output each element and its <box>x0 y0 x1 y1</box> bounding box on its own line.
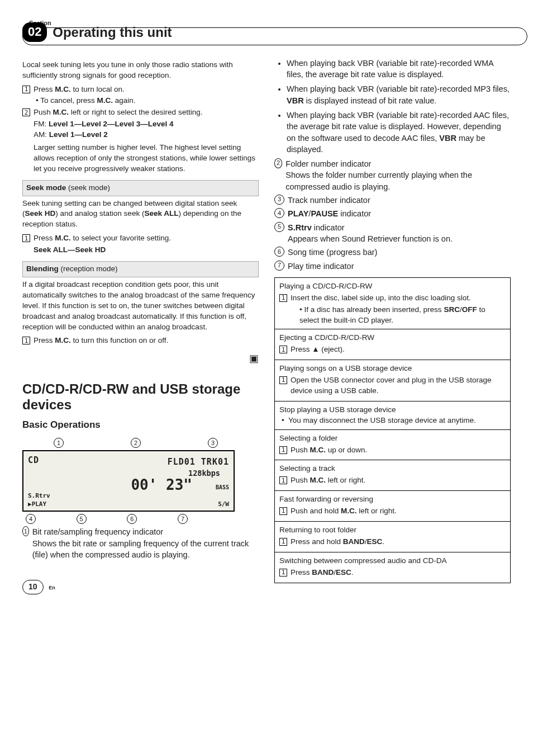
seek-options: Seek ALL—Seek HD <box>34 245 259 256</box>
anno-3-icon: 3 <box>208 438 218 448</box>
anno-4-icon: 4 <box>26 514 36 524</box>
indicator-3: 3 Track number indicator <box>274 195 511 206</box>
page-lang: En <box>49 585 55 590</box>
step-number-icon: 1 <box>279 376 287 384</box>
step-text: Press M.C. to turn this function on or o… <box>34 336 168 346</box>
right-column: When playing back VBR (variable bit rate… <box>274 58 511 583</box>
step-text: Press M.C. to turn local on. <box>34 84 125 95</box>
left-column: Local seek tuning lets you tune in only … <box>22 58 259 583</box>
ind1-desc: Shows the bit rate or sampling frequency… <box>32 539 249 559</box>
blending-header: Blending (reception mode) <box>22 261 259 277</box>
display-bottom-row: S.Rtrv▶PLAY S/W <box>28 492 229 509</box>
box-play-cd: Playing a CD/CD-R/CD-RW 1Insert the disc… <box>275 278 510 330</box>
step-number-icon: 1 <box>279 446 287 454</box>
display-diagram: 1 2 3 CD FLD01 TRK01 128kbps 00' 23" BAS… <box>22 438 235 524</box>
circ-7-icon: 7 <box>274 261 284 271</box>
step-number-icon: 1 <box>22 86 30 93</box>
chapter-title: Operating this unit <box>53 23 172 42</box>
display-bass: BASS <box>216 484 229 492</box>
blending-step-1: 1 Press M.C. to turn this function on or… <box>22 336 259 346</box>
cd-usb-heading: CD/CD-R/CD-RW and USB storage devices <box>22 381 259 412</box>
basic-ops-heading: Basic Operations <box>22 418 259 432</box>
indicator-5: 5 S.Rtrv indicator <box>274 222 511 233</box>
indicator-5-desc: Appears when Sound Retriever function is… <box>288 233 511 244</box>
anno-7-icon: 7 <box>178 514 188 524</box>
box-fast-forward: Fast forwarding or reversing 1Push and h… <box>275 491 510 522</box>
indicator-7: 7 Play time indicator <box>274 261 511 272</box>
local-seek-intro: Local seek tuning lets you tune in only … <box>22 60 259 81</box>
step-text: Push M.C. left or right to select the de… <box>34 107 202 118</box>
operations-box: Playing a CD/CD-R/CD-RW 1Insert the disc… <box>274 277 511 583</box>
box-stop-usb: Stop playing a USB storage device • You … <box>275 401 510 430</box>
page-number: 10 <box>22 580 44 594</box>
circ-1-icon: 1 <box>22 526 29 536</box>
box-play-usb: Playing songs on a USB storage device 1O… <box>275 360 510 401</box>
box-return-root: Returning to root folder 1Press and hold… <box>275 522 510 552</box>
bullet-aac: When playing back VBR (variable bit rate… <box>287 110 511 155</box>
ind1-title: Bit rate/sampling frequency indicator <box>32 527 164 536</box>
circ-2-icon: 2 <box>274 158 282 168</box>
display-kbps: 128kbps <box>28 468 229 479</box>
step-number-icon: 1 <box>279 538 287 546</box>
vbr-bullets: When playing back VBR (variable bit rate… <box>274 58 511 155</box>
indicator-2: 2 Folder number indicatorShows the folde… <box>274 158 511 192</box>
step-number-icon: 2 <box>22 108 30 116</box>
page-header: Section 02 Operating this unit <box>22 22 511 42</box>
indicator-1: 1 Bit rate/sampling frequency indicator … <box>22 526 259 560</box>
content-columns: Local seek tuning lets you tune in only … <box>22 58 511 583</box>
fm-levels: FM: Level 1—Level 2—Level 3—Level 4 <box>34 119 259 130</box>
local-step-2: 2 Push M.C. left or right to select the … <box>22 107 259 118</box>
anno-5-icon: 5 <box>77 514 87 524</box>
circ-6-icon: 6 <box>274 247 284 257</box>
local-step-1: 1 Press M.C. to turn local on. <box>22 84 259 95</box>
am-levels: AM: Level 1—Level 2 <box>34 130 259 140</box>
top-annotations: 1 2 3 <box>22 438 235 450</box>
levels-desc: Larger setting number is higher level. T… <box>34 143 259 174</box>
step-number-icon: 1 <box>22 234 30 242</box>
step-number-icon: 1 <box>279 476 287 484</box>
step-number-icon: 1 <box>22 337 30 344</box>
box-select-track: Selecting a track 1Push M.C. left or rig… <box>275 460 510 491</box>
circ-4-icon: 4 <box>274 208 284 218</box>
seek-step-1: 1 Press M.C. to select your favorite set… <box>22 233 259 244</box>
anno-1-icon: 1 <box>54 438 64 448</box>
section-end-icon: ▣ <box>22 352 259 366</box>
box-select-folder: Selecting a folder 1Push M.C. up or down… <box>275 430 510 461</box>
anno-2-icon: 2 <box>131 438 141 448</box>
box-eject-cd: Ejecting a CD/CD-R/CD-RW 1Press ▲ (eject… <box>275 329 510 360</box>
bullet-wma: When playing back VBR (variable bit rate… <box>287 58 511 81</box>
anno-6-icon: 6 <box>127 514 137 524</box>
page-footer: 10 En <box>22 580 55 594</box>
step-sub-bullet: To cancel, press M.C. again. <box>36 96 259 106</box>
box-switch-cdda: Switching between compressed audio and C… <box>275 552 510 583</box>
blending-body: If a digital broadcast reception conditi… <box>22 280 259 332</box>
indicator-6: 6 Song time (progress bar) <box>274 247 511 258</box>
step-number-icon: 1 <box>279 346 287 353</box>
bottom-annotations: 4 5 6 7 <box>22 512 235 524</box>
display-panel: CD FLD01 TRK01 128kbps 00' 23" BASS S.Rt… <box>22 450 235 512</box>
seek-mode-header: Seek mode (seek mode) <box>22 180 259 196</box>
step-number-icon: 1 <box>279 294 287 302</box>
bullet-mp3: When playing back VBR (variable bit rate… <box>287 83 511 106</box>
indicator-4: 4 PLAY/PAUSE indicator <box>274 208 511 219</box>
seek-body: Seek tuning setting can be changed betwe… <box>22 199 259 230</box>
chapter-number: 02 <box>22 22 47 42</box>
step-number-icon: 1 <box>279 507 287 515</box>
circ-5-icon: 5 <box>274 222 284 232</box>
circ-3-icon: 3 <box>274 195 284 205</box>
step-text: Press M.C. to select your favorite setti… <box>34 233 171 244</box>
display-fld-trk: FLD01 TRK01 <box>28 456 229 468</box>
step-number-icon: 1 <box>279 569 287 577</box>
